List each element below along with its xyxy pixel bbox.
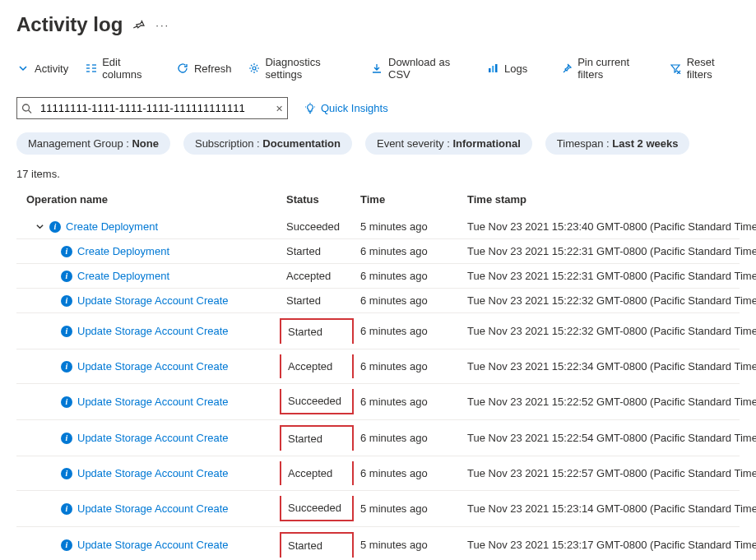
activity-menu[interactable]: Activity <box>16 62 68 75</box>
info-icon: i <box>61 396 72 408</box>
svg-point-12 <box>23 104 30 111</box>
filter-value: Documentation <box>262 137 341 150</box>
info-icon: i <box>61 361 72 373</box>
status-cell: Succeeded <box>280 496 354 521</box>
operation-link[interactable]: Create Deployment <box>77 270 169 282</box>
status-cell: Started <box>280 318 354 344</box>
pin-filters-label: Pin current filters <box>577 56 653 81</box>
time-cell: 5 minutes ago <box>354 220 461 233</box>
operation-link[interactable]: Create Deployment <box>77 245 169 257</box>
info-icon: i <box>61 246 72 257</box>
edit-columns-label: Edit columns <box>102 56 160 81</box>
table-row[interactable]: iCreate DeploymentStarted6 minutes agoTu… <box>16 239 740 264</box>
reset-filters-icon <box>670 62 682 75</box>
pin-filters-button[interactable]: Pin current filters <box>560 56 653 81</box>
search-box: ✕ <box>16 97 288 119</box>
filter-pill[interactable]: Event severity : Informational <box>365 132 532 155</box>
status-cell: Accepted <box>280 354 354 378</box>
info-icon: i <box>61 433 72 444</box>
operation-link[interactable]: Update Storage Account Create <box>77 294 229 307</box>
col-time[interactable]: Time <box>354 193 461 206</box>
refresh-icon <box>176 62 189 75</box>
filter-pill[interactable]: Timespan : Last 2 weeks <box>545 132 690 155</box>
table-row[interactable]: iCreate DeploymentAccepted6 minutes agoT… <box>16 264 740 289</box>
filter-label: Subscription : <box>195 137 262 150</box>
table-row[interactable]: iUpdate Storage Account CreateAccepted6 … <box>16 456 740 491</box>
info-icon: i <box>61 295 72 307</box>
operation-link[interactable]: Update Storage Account Create <box>77 396 229 408</box>
table-row[interactable]: iUpdate Storage Account CreateSucceeded5… <box>16 491 740 527</box>
info-icon: i <box>61 326 72 337</box>
pin-icon[interactable] <box>132 18 146 31</box>
status-cell: Succeeded <box>280 220 354 233</box>
time-cell: 6 minutes ago <box>354 396 461 408</box>
status-cell: Succeeded <box>280 389 354 414</box>
edit-columns-button[interactable]: Edit columns <box>85 56 160 81</box>
col-status[interactable]: Status <box>280 193 354 206</box>
time-cell: 6 minutes ago <box>354 432 461 444</box>
pin-filters-icon <box>560 62 573 75</box>
time-cell: 5 minutes ago <box>354 502 461 515</box>
download-csv-button[interactable]: Download as CSV <box>371 56 470 81</box>
clear-search-icon[interactable]: ✕ <box>276 103 283 113</box>
logs-button[interactable]: Logs <box>486 62 527 75</box>
quick-insights-link[interactable]: Quick Insights <box>304 102 388 114</box>
filter-label: Management Group : <box>28 137 132 150</box>
time-cell: 6 minutes ago <box>354 270 461 282</box>
table-row[interactable]: iUpdate Storage Account CreateAccepted6 … <box>16 349 740 384</box>
svg-line-13 <box>29 110 32 113</box>
svg-rect-9 <box>495 64 498 72</box>
table-row[interactable]: iUpdate Storage Account CreateSucceeded6… <box>16 384 740 420</box>
filter-value: Informational <box>452 137 520 150</box>
table-row[interactable]: iUpdate Storage Account CreateStarted5 m… <box>16 527 740 560</box>
table-row[interactable]: iUpdate Storage Account CreateStarted6 m… <box>16 313 740 349</box>
svg-rect-7 <box>489 68 491 72</box>
operation-link[interactable]: Update Storage Account Create <box>77 467 229 479</box>
filter-pill[interactable]: Subscription : Documentation <box>183 132 352 155</box>
timestamp-cell: Tue Nov 23 2021 15:22:57 GMT-0800 (Pacif… <box>461 467 756 479</box>
download-icon <box>371 62 383 75</box>
col-operation[interactable]: Operation name <box>16 193 280 206</box>
time-cell: 6 minutes ago <box>354 245 461 257</box>
operation-link[interactable]: Create Deployment <box>66 220 158 233</box>
more-icon[interactable]: ··· <box>155 19 169 31</box>
timestamp-cell: Tue Nov 23 2021 15:22:31 GMT-0800 (Pacif… <box>461 245 756 257</box>
operation-link[interactable]: Update Storage Account Create <box>77 360 229 373</box>
operation-link[interactable]: Update Storage Account Create <box>77 432 229 444</box>
table-row[interactable]: iUpdate Storage Account CreateStarted6 m… <box>16 420 740 456</box>
info-icon: i <box>61 271 72 282</box>
status-cell: Started <box>280 425 354 451</box>
chevron-down-icon <box>16 62 30 75</box>
diagnostics-button[interactable]: Diagnostics settings <box>248 56 355 81</box>
timestamp-cell: Tue Nov 23 2021 15:22:34 GMT-0800 (Pacif… <box>461 360 756 373</box>
operation-link[interactable]: Update Storage Account Create <box>77 539 229 551</box>
time-cell: 6 minutes ago <box>354 467 461 479</box>
refresh-button[interactable]: Refresh <box>176 62 232 75</box>
chevron-down-icon[interactable] <box>35 222 44 231</box>
lightbulb-icon <box>304 103 316 114</box>
operation-link[interactable]: Update Storage Account Create <box>77 325 229 337</box>
logs-label: Logs <box>504 62 527 75</box>
table-row[interactable]: iCreate DeploymentSucceeded5 minutes ago… <box>16 215 740 239</box>
filter-value: None <box>132 137 159 150</box>
filter-label: Timespan : <box>557 137 612 150</box>
timestamp-cell: Tue Nov 23 2021 15:23:40 GMT-0800 (Pacif… <box>461 220 756 233</box>
status-cell: Started <box>280 532 354 558</box>
status-cell: Started <box>280 294 354 307</box>
timestamp-cell: Tue Nov 23 2021 15:23:14 GMT-0800 (Pacif… <box>461 502 756 515</box>
col-timestamp[interactable]: Time stamp <box>461 193 740 206</box>
search-input[interactable] <box>16 97 288 119</box>
reset-filters-label: Reset filters <box>687 56 740 81</box>
timestamp-cell: Tue Nov 23 2021 15:22:31 GMT-0800 (Pacif… <box>461 270 756 282</box>
activity-label: Activity <box>35 62 68 75</box>
status-cell: Started <box>280 245 354 257</box>
timestamp-cell: Tue Nov 23 2021 15:22:52 GMT-0800 (Pacif… <box>461 396 756 408</box>
status-cell: Accepted <box>280 461 354 485</box>
reset-filters-button[interactable]: Reset filters <box>670 56 740 81</box>
filter-value: Last 2 weeks <box>612 137 678 150</box>
filter-pill[interactable]: Management Group : None <box>16 132 170 155</box>
table-row[interactable]: iUpdate Storage Account CreateStarted6 m… <box>16 289 740 313</box>
timestamp-cell: Tue Nov 23 2021 15:22:32 GMT-0800 (Pacif… <box>461 325 756 337</box>
operation-link[interactable]: Update Storage Account Create <box>77 502 229 515</box>
svg-rect-8 <box>492 66 494 72</box>
